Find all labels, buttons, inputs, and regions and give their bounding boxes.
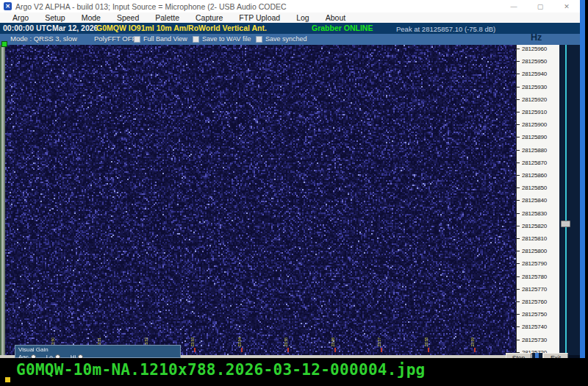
frequency-value: 28125960 [522,46,547,52]
frequency-value: 28125790 [522,260,547,267]
time-marker: 23:55 [284,337,290,352]
frequency-value: 28125860 [522,172,547,179]
frequency-scale: 2812596028125950281259402812593028125920… [516,45,559,355]
menu-item-setup[interactable]: Setup [37,13,73,22]
frequency-slider-zone [559,45,580,355]
frequency-tick-label: 28125900 [517,121,547,128]
frequency-value: 28125820 [522,223,547,229]
tick-mark [517,124,520,125]
time-marker-label: 23:57 [378,337,381,347]
frequency-tick-label: 28125820 [517,223,547,229]
stop-button[interactable]: Stop [506,353,531,358]
time-marker: 23:53 [191,337,197,352]
maximize-button[interactable]: ▢ [536,3,545,10]
tick-mark [517,175,520,176]
tick-mark [517,74,520,74]
tick-mark [517,49,520,49]
tick-mark [517,263,520,264]
frequency-value: 28125740 [522,324,547,330]
menu-bar: ArgoSetupModeSpeedPaletteCaptureFTP Uplo… [0,12,580,23]
frequency-slider-thumb[interactable] [561,221,570,227]
tick-mark [517,289,520,290]
menu-item-ftp-upload[interactable]: FTP Upload [231,13,288,22]
time-marker-tick [241,348,243,352]
frequency-value: 28125870 [522,160,547,166]
menu-item-mode[interactable]: Mode [74,13,109,22]
checkbox-full-band-view[interactable] [134,36,140,43]
close-button[interactable]: ✕ [562,3,571,10]
frequency-value: 28125850 [522,185,547,191]
status-bar: 00:00:00 UTC Mar 12, 2026 G0MQW IO91ml 1… [0,23,580,34]
waterfall-display[interactable] [5,45,516,355]
tick-mark [517,340,520,340]
frequency-value: 28125880 [522,147,547,154]
exit-button[interactable]: Exit [543,353,568,358]
frequency-value: 28125800 [522,248,547,254]
frequency-value: 28125830 [522,210,547,217]
time-marker: 23:57 [378,337,384,352]
checkbox-save-to-wav-file[interactable] [193,36,199,43]
frequency-tick-label: 28125740 [517,324,547,330]
cursor-marker [5,377,10,382]
time-marker-label: 23:58 [425,337,429,347]
menu-item-argo[interactable]: Argo [4,13,37,22]
frequency-value: 28125920 [522,96,547,103]
checkbox-save-synched[interactable] [256,36,262,43]
title-bar: ✕ Argo V2 ALPHA - build 013; Input Sourc… [0,0,580,12]
tick-mark [517,150,520,151]
frequency-tick-label: 28125750 [517,311,547,318]
frequency-tick-label: 28125760 [517,299,547,305]
left-edge-gain-strip [0,45,5,355]
frequency-tick-label: 28125850 [517,185,547,191]
menu-item-about[interactable]: About [318,13,354,22]
frequency-tick-label: 28125840 [517,197,547,204]
peak-readout: Peak at 28125857.10 (-75.8 dB) [396,25,495,33]
time-marker-tick [381,348,382,352]
tick-mark [517,87,520,87]
grabber-status: Grabber ONLINE [312,24,373,32]
frequency-value: 28125930 [522,84,547,90]
tick-mark [517,238,520,239]
checkbox-label: Save synched [265,35,307,43]
frequency-value: 28125890 [522,134,547,140]
tick-mark [517,276,520,277]
frequency-tick-label: 28125860 [517,172,547,179]
menu-item-speed[interactable]: Speed [109,13,147,22]
frequency-value: 28125900 [522,121,547,128]
frequency-tick-label: 28125920 [517,96,547,103]
frequency-tick-label: 28125800 [517,248,547,254]
menu-item-palette[interactable]: Palette [147,13,187,22]
sync-marker-square [1,41,7,47]
frequency-tick-label: 28125770 [517,286,547,293]
slider-track-line [565,45,567,355]
filename-overlay-strip: G0MQW-10m-NA.1210x788.2026-03-12-000004.… [0,358,588,386]
tick-mark [517,314,520,315]
tick-mark [517,162,520,163]
time-marker-label: 23:54 [238,337,242,347]
frequency-value: 28125750 [522,311,547,318]
date-label: Mar 12, 2026 [52,24,98,32]
tick-mark [517,61,520,62]
frequency-tick-label: 28125960 [517,46,547,52]
mode-toolbar: Mode : QRSS 3, slow PolyFFT OFF Full Ban… [0,34,580,45]
tick-mark [517,187,520,188]
frequency-value: 28125950 [522,58,547,65]
time-marker-label: 23:53 [191,337,195,347]
frequency-value: 28125730 [522,337,547,343]
frequency-value: 28125910 [522,109,547,115]
menu-item-log[interactable]: Log [288,13,318,22]
window-title: Argo V2 ALPHA - build 013; Input Source … [15,2,287,11]
time-marker: 23:59 [471,337,477,352]
frequency-unit-label: Hz [531,32,542,43]
screenshot-root: ✕ Argo V2 ALPHA - build 013; Input Sourc… [0,0,588,386]
frequency-tick-label: 28125870 [517,160,547,166]
checkbox-label: Save to WAV file [202,35,251,43]
frequency-tick-label: 28125780 [517,274,547,280]
minimize-button[interactable]: — [509,3,518,10]
utc-clock: 00:00:00 UTC [3,24,52,32]
frequency-tick-label: 28125950 [517,58,547,65]
tick-mark [517,99,520,100]
visual-gain-title: Visual Gain [15,346,180,353]
menu-item-capture[interactable]: Capture [187,13,231,22]
time-marker-label: 23:56 [331,337,335,347]
